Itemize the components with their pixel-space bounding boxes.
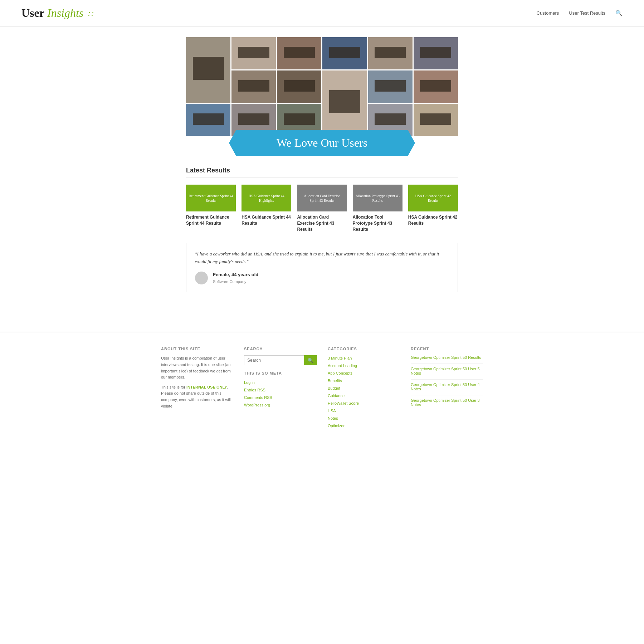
internal-use-label: INTERNAL USE ONLY: [186, 385, 227, 389]
result-title-5: HSA Guidance Sprint 42 Results: [408, 214, 458, 226]
footer-recent-link-2[interactable]: Georgetown Optimizer Sprint 50 User 4 No…: [411, 382, 483, 391]
site-logo[interactable]: User Insights ∷: [21, 6, 93, 20]
result-card-3[interactable]: Allocation Card Exercise Sprint 43 Resul…: [297, 185, 347, 232]
footer-cat-0[interactable]: 3 Minute Plan: [328, 356, 352, 360]
footer-cat-3[interactable]: Benefits: [328, 379, 342, 383]
results-grid: Retirement Guidance Sprint 44 Results Re…: [186, 185, 458, 232]
result-thumb-text-3: Allocation Card Exercise Sprint 43 Resul…: [299, 194, 345, 203]
footer-search-section: SEARCH 🔍 THIS IS SO META Log in Entries …: [244, 347, 317, 430]
footer-meta-link-comments[interactable]: Comments RSS: [244, 395, 272, 400]
attr-company: Software Company: [213, 279, 258, 285]
quote-attribution: Female, 44 years old Software Company: [195, 271, 449, 285]
result-title-3: Allocation Card Exercise Sprint 43 Resul…: [297, 214, 347, 232]
photo-cell: [277, 37, 321, 69]
main-nav: Customers User Test Results 🔍: [537, 10, 623, 16]
result-card-1[interactable]: Retirement Guidance Sprint 44 Results Re…: [186, 185, 236, 232]
quote-block: "I have a coworker who did an HSA, and s…: [186, 243, 458, 292]
main-content: Latest Results Retirement Guidance Sprin…: [186, 156, 458, 310]
latest-results-title: Latest Results: [186, 167, 458, 177]
result-card-2[interactable]: HSA Guidance Sprint 44 Highlights HSA Gu…: [241, 185, 291, 232]
footer-about-text2: This site is for INTERNAL USE ONLY. Plea…: [161, 384, 233, 409]
footer-categories-links: 3 Minute Plan Account Loading App Concep…: [328, 355, 400, 429]
footer-meta-title: THIS IS SO META: [244, 371, 317, 375]
result-thumb-3: Allocation Card Exercise Sprint 43 Resul…: [297, 185, 347, 211]
nav-user-test-results[interactable]: User Test Results: [569, 10, 605, 16]
attr-name: Female, 44 years old: [213, 271, 258, 279]
result-thumb-4: Allocation Prototype Sprint 43 Results: [353, 185, 402, 211]
banner-wrap: We Love Our Users: [186, 130, 458, 156]
footer-cat-5[interactable]: Guidance: [328, 394, 345, 398]
footer-cat-4[interactable]: Budget: [328, 386, 340, 390]
footer-recent-link-0[interactable]: Georgetown Optimizer Sprint 50 Results: [411, 355, 483, 360]
footer-meta-link-wordpress[interactable]: WordPress.org: [244, 403, 270, 407]
avatar: [195, 272, 208, 284]
photo-cell: [186, 37, 230, 103]
footer-recent-link-1[interactable]: Georgetown Optimizer Sprint 50 User 5 No…: [411, 367, 483, 375]
result-thumb-2: HSA Guidance Sprint 44 Highlights: [241, 185, 291, 211]
attr-info: Female, 44 years old Software Company: [213, 271, 258, 285]
footer-recent-link-3[interactable]: Georgetown Optimizer Sprint 50 User 3 No…: [411, 398, 483, 407]
footer-cat-8[interactable]: Notes: [328, 416, 338, 420]
photo-cell: [231, 37, 276, 69]
logo-strong: User: [21, 6, 44, 19]
hero-banner: We Love Our Users: [229, 130, 415, 156]
result-thumb-5: HSA Guidance Sprint 42 Results: [408, 185, 458, 211]
hero-section: We Love Our Users: [186, 37, 458, 156]
footer-cat-7[interactable]: HSA: [328, 409, 336, 413]
logo-italic: Insights: [47, 6, 83, 19]
footer-recent-list: Georgetown Optimizer Sprint 50 Results G…: [411, 355, 483, 411]
photo-cell: [414, 37, 458, 69]
search-icon[interactable]: 🔍: [615, 10, 623, 16]
result-thumb-text-4: Allocation Prototype Sprint 43 Results: [355, 194, 400, 203]
photo-grid: [186, 37, 458, 137]
footer-grid: ABOUT THIS SITE User Insights is a compi…: [161, 347, 483, 430]
photo-cell: [368, 70, 413, 103]
photo-cell: [322, 70, 367, 136]
footer-recent-item-2: Georgetown Optimizer Sprint 50 User 4 No…: [411, 382, 483, 395]
footer-categories-title: CATEGORIES: [328, 347, 400, 351]
footer-recent-item-3: Georgetown Optimizer Sprint 50 User 3 No…: [411, 398, 483, 411]
logo-dots: ∷: [88, 10, 93, 19]
footer-about-text1: User Insights is a compilation of user i…: [161, 355, 233, 380]
footer-recent-title: RECENT: [411, 347, 483, 351]
result-card-4[interactable]: Allocation Prototype Sprint 43 Results A…: [353, 185, 402, 232]
photo-cell: [414, 70, 458, 103]
footer-categories: CATEGORIES 3 Minute Plan Account Loading…: [328, 347, 400, 430]
result-thumb-1: Retirement Guidance Sprint 44 Results: [186, 185, 236, 211]
photo-cell: [368, 37, 413, 69]
nav-customers[interactable]: Customers: [537, 10, 559, 16]
footer-search-row: 🔍: [244, 355, 317, 365]
photo-cell: [231, 70, 276, 103]
result-title-2: HSA Guidance Sprint 44 Results: [241, 214, 291, 226]
footer-search-input[interactable]: [244, 355, 304, 365]
result-thumb-text-5: HSA Guidance Sprint 42 Results: [410, 194, 456, 203]
footer-recent: RECENT Georgetown Optimizer Sprint 50 Re…: [411, 347, 483, 430]
footer-about-title: ABOUT THIS SITE: [161, 347, 233, 351]
photo-cell: [322, 37, 367, 69]
result-thumb-text-1: Retirement Guidance Sprint 44 Results: [188, 194, 234, 203]
footer-about: ABOUT THIS SITE User Insights is a compi…: [161, 347, 233, 430]
footer-cat-2[interactable]: App Concepts: [328, 371, 352, 375]
footer-cat-6[interactable]: HelloWallet Score: [328, 401, 359, 405]
footer-meta-link-login[interactable]: Log in: [244, 380, 255, 385]
footer-meta-link-entries[interactable]: Entries RSS: [244, 388, 265, 392]
footer-cat-1[interactable]: Account Loading: [328, 364, 357, 368]
footer-recent-item-0: Georgetown Optimizer Sprint 50 Results: [411, 355, 483, 364]
result-title-4: Allocation Tool Prototype Sprint 43 Resu…: [353, 214, 402, 232]
photo-cell: [277, 70, 321, 103]
result-card-5[interactable]: HSA Guidance Sprint 42 Results HSA Guida…: [408, 185, 458, 232]
site-footer: ABOUT THIS SITE User Insights is a compi…: [0, 332, 644, 445]
footer-recent-item-1: Georgetown Optimizer Sprint 50 User 5 No…: [411, 367, 483, 380]
footer-cat-9[interactable]: Optimizer: [328, 424, 345, 428]
site-header: User Insights ∷ Customers User Test Resu…: [0, 0, 644, 26]
footer-meta-links: Log in Entries RSS Comments RSS WordPres…: [244, 380, 317, 408]
result-title-1: Retirement Guidance Sprint 44 Results: [186, 214, 236, 226]
footer-search-title: SEARCH: [244, 347, 317, 351]
quote-text: "I have a coworker who did an HSA, and s…: [195, 250, 449, 265]
footer-search-button[interactable]: 🔍: [304, 355, 317, 365]
result-thumb-text-2: HSA Guidance Sprint 44 Highlights: [244, 194, 289, 203]
